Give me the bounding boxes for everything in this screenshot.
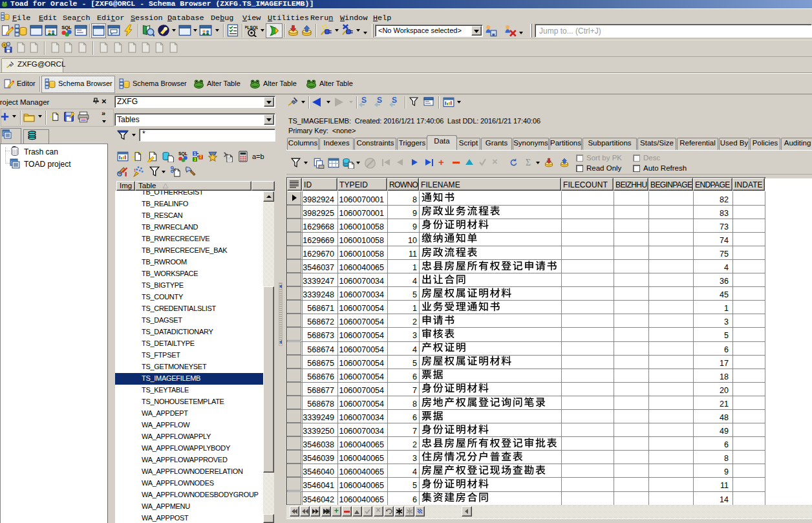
svg-text:1: 1: [194, 151, 197, 156]
svg-text:3: 3: [194, 157, 197, 162]
svg-text:Σ: Σ: [526, 158, 531, 167]
svg-text:SQL: SQL: [61, 25, 72, 30]
svg-text:!: !: [134, 167, 136, 173]
svg-text:SQL: SQL: [178, 151, 187, 156]
svg-text:2: 2: [200, 155, 202, 159]
